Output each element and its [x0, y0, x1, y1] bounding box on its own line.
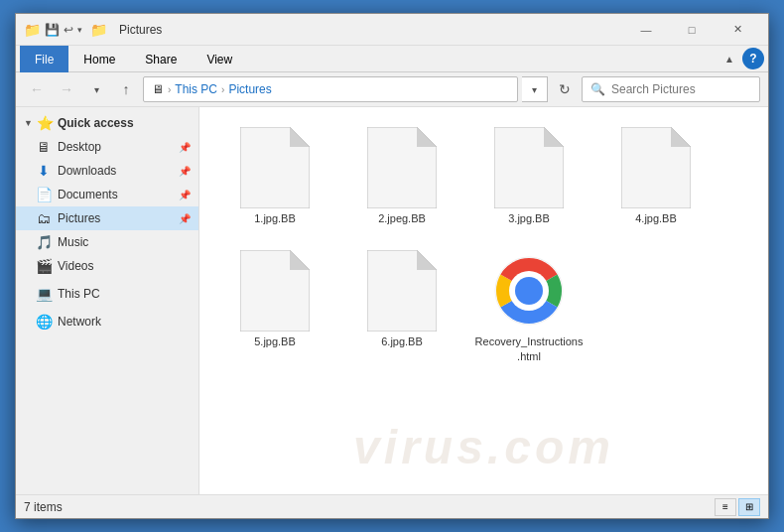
refresh-button[interactable]: ↻ — [552, 76, 578, 102]
pictures-icon: 🗂 — [36, 210, 52, 226]
file-icon-6 — [362, 251, 442, 331]
desktop-icon: 🖥 — [36, 139, 52, 155]
address-bar: ← → ▾ ↑ 🖥 › This PC › Pictures ▾ ↻ 🔍 — [16, 72, 768, 107]
search-input[interactable] — [611, 82, 751, 96]
svg-point-15 — [516, 278, 542, 304]
tab-view[interactable]: View — [192, 46, 247, 72]
file-label-4: 4.jpg.BB — [635, 211, 677, 225]
maximize-button[interactable]: □ — [669, 14, 715, 46]
sidebar-item-thispc[interactable]: 💻 This PC — [16, 282, 198, 306]
title-controls: — □ ✕ — [623, 14, 760, 46]
file-icon-5 — [235, 251, 315, 331]
details-view-button[interactable]: ≡ — [715, 498, 736, 516]
network-section: 🌐 Network — [16, 310, 198, 333]
close-button[interactable]: ✕ — [715, 14, 760, 46]
sidebar-pictures-label: Pictures — [58, 211, 173, 225]
sidebar: ▼ ⭐ Quick access 🖥 Desktop 📌 ⬇ Downloads… — [16, 107, 199, 494]
sidebar-item-desktop[interactable]: 🖥 Desktop 📌 — [16, 135, 198, 159]
file-item[interactable]: 1.jpg.BB — [215, 123, 334, 230]
breadcrumb-sep1: › — [168, 84, 171, 95]
pin-icon-documents: 📌 — [179, 190, 191, 200]
svg-marker-1 — [290, 127, 310, 147]
breadcrumb-pictures[interactable]: Pictures — [228, 82, 271, 96]
search-icon: 🔍 — [590, 82, 605, 96]
file-item[interactable]: 4.jpg.BB — [596, 123, 716, 230]
forward-button[interactable]: → — [54, 76, 79, 102]
breadcrumb-thispc[interactable]: This PC — [175, 82, 217, 96]
ribbon-right: ▲ ? — [720, 48, 768, 69]
documents-icon: 📄 — [36, 187, 52, 202]
title-bar-save-icon[interactable]: 💾 — [45, 23, 60, 37]
explorer-window: 📁 💾 ↩ ▾ 📁 Pictures — □ ✕ File Home Share… — [15, 13, 769, 519]
file-area: virus.com 1.jpg.BB — [199, 107, 768, 494]
sidebar-network-label: Network — [58, 315, 191, 329]
file-label-7: Recovery_Instructions.html — [474, 334, 584, 363]
svg-marker-5 — [544, 127, 564, 147]
window-title: Pictures — [119, 23, 162, 37]
title-bar: 📁 💾 ↩ ▾ 📁 Pictures — □ ✕ — [16, 14, 768, 46]
file-item[interactable]: 2.jpeg.BB — [342, 123, 461, 230]
pin-icon-desktop: 📌 — [179, 142, 191, 153]
file-label-3: 3.jpg.BB — [508, 211, 550, 225]
title-bar-qa-icon: 📁 — [24, 22, 41, 38]
quick-access-header[interactable]: ▼ ⭐ Quick access — [16, 111, 198, 135]
file-icon-4 — [616, 128, 696, 207]
title-bar-dropdown-icon[interactable]: ▾ — [77, 25, 82, 35]
title-bar-left: 📁 💾 ↩ ▾ 📁 Pictures — [24, 22, 623, 38]
sidebar-item-pictures[interactable]: 🗂 Pictures 📌 — [16, 206, 198, 230]
sidebar-videos-label: Videos — [58, 259, 191, 273]
svg-marker-7 — [671, 127, 691, 147]
tab-share[interactable]: Share — [130, 46, 192, 72]
sidebar-item-documents[interactable]: 📄 Documents 📌 — [16, 183, 198, 206]
search-box[interactable]: 🔍 — [582, 76, 760, 102]
title-bar-undo-icon[interactable]: ↩ — [64, 23, 73, 37]
watermark: virus.com — [353, 420, 614, 474]
back-button[interactable]: ← — [24, 76, 50, 102]
file-icon-3 — [489, 128, 569, 207]
file-label-1: 1.jpg.BB — [254, 211, 296, 225]
help-button[interactable]: ? — [742, 48, 764, 69]
svg-marker-3 — [417, 127, 437, 147]
sidebar-item-videos[interactable]: 🎬 Videos — [16, 254, 198, 278]
breadcrumb-icon: 🖥 — [152, 82, 164, 96]
files-grid: 1.jpg.BB 2.jpeg.BB — [215, 123, 752, 368]
minimize-button[interactable]: — — [623, 14, 669, 46]
this-pc-icon: 💻 — [36, 286, 52, 302]
file-item-html[interactable]: Recovery_Instructions.html — [469, 246, 588, 368]
pin-icon-downloads: 📌 — [179, 166, 191, 177]
up-button[interactable]: ↑ — [113, 76, 139, 102]
ribbon: File Home Share View ▲ ? — [16, 46, 768, 72]
address-path[interactable]: 🖥 › This PC › Pictures — [143, 76, 518, 102]
sidebar-downloads-label: Downloads — [58, 164, 173, 178]
file-label-2: 2.jpeg.BB — [378, 211, 426, 225]
file-label-5: 5.jpg.BB — [254, 334, 296, 348]
file-item[interactable]: 6.jpg.BB — [342, 246, 461, 368]
videos-icon: 🎬 — [36, 258, 52, 274]
quick-access-chevron: ▼ — [24, 118, 33, 128]
tab-file[interactable]: File — [20, 46, 68, 72]
svg-marker-9 — [290, 250, 310, 270]
tab-home[interactable]: Home — [68, 46, 130, 72]
file-label-6: 6.jpg.BB — [381, 334, 423, 348]
file-icon-1 — [235, 128, 315, 207]
ribbon-collapse-icon[interactable]: ▲ — [720, 50, 738, 68]
status-bar: 7 items ≡ ⊞ — [16, 494, 768, 518]
sidebar-item-network[interactable]: 🌐 Network — [16, 310, 198, 333]
address-dropdown-button[interactable]: ▾ — [522, 76, 548, 102]
file-icon-7 — [489, 251, 569, 331]
sidebar-music-label: Music — [58, 235, 191, 249]
quick-access-section: ▼ ⭐ Quick access 🖥 Desktop 📌 ⬇ Downloads… — [16, 111, 198, 278]
file-item[interactable]: 5.jpg.BB — [215, 246, 334, 368]
sidebar-desktop-label: Desktop — [58, 140, 173, 154]
this-pc-section: 💻 This PC — [16, 282, 198, 306]
sidebar-item-downloads[interactable]: ⬇ Downloads 📌 — [16, 159, 198, 183]
large-icons-view-button[interactable]: ⊞ — [738, 498, 760, 516]
ribbon-tabs: File Home Share View — [16, 46, 251, 71]
sidebar-item-music[interactable]: 🎵 Music — [16, 230, 198, 254]
quick-access-label: Quick access — [58, 116, 134, 130]
downloads-icon: ⬇ — [36, 163, 52, 179]
sidebar-documents-label: Documents — [58, 188, 173, 201]
file-item[interactable]: 3.jpg.BB — [469, 123, 588, 230]
main-content: ▼ ⭐ Quick access 🖥 Desktop 📌 ⬇ Downloads… — [16, 107, 768, 494]
recent-locations-button[interactable]: ▾ — [83, 76, 109, 102]
